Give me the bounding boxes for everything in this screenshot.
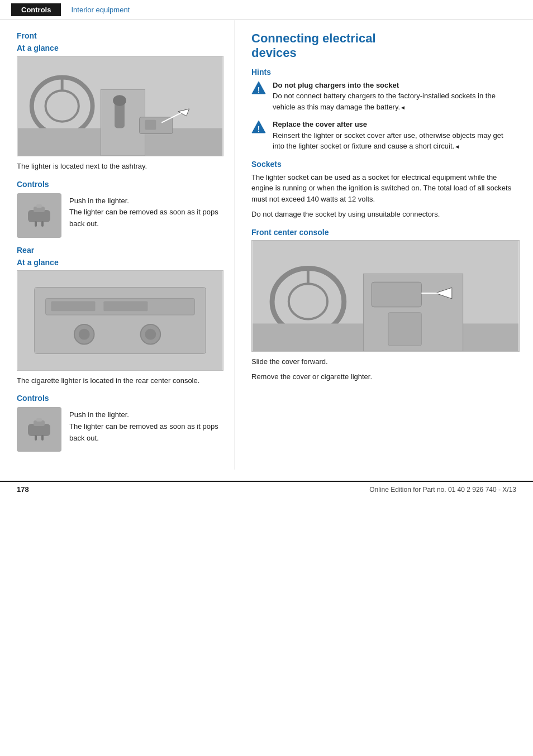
rear-lighter-image — [17, 270, 223, 371]
page-number: 178 — [17, 485, 29, 494]
left-column: Front At a glance — [0, 20, 235, 470]
svg-rect-46 — [388, 312, 421, 345]
svg-rect-22 — [103, 301, 147, 311]
page-header: Controls Interior equipment — [0, 0, 533, 20]
main-content: Front At a glance — [0, 20, 533, 470]
tab-interior-equipment[interactable]: Interior equipment — [61, 3, 140, 16]
right-column: Connecting electrical devices Hints ! Do… — [235, 20, 533, 470]
svg-point-24 — [79, 328, 90, 339]
front-lighter-icon — [17, 193, 61, 238]
front-controls-text: Push in the lighter. The lighter can be … — [69, 193, 223, 230]
front-lighter-image — [17, 56, 223, 156]
svg-rect-19 — [35, 287, 206, 353]
hints-heading: Hints — [251, 68, 516, 76]
rear-lighter-icon — [17, 407, 61, 452]
warning-icon-1: ! — [251, 80, 267, 96]
front-caption: The lighter is located next to the ashtr… — [17, 161, 223, 172]
svg-rect-15 — [36, 204, 42, 208]
front-controls-heading: Controls — [17, 180, 223, 189]
svg-rect-43 — [372, 282, 421, 307]
rear-controls-text: Push in the lighter. The lighter can be … — [69, 407, 223, 444]
tab-controls[interactable]: Controls — [11, 3, 61, 16]
hint2-row: ! Replace the cover after use Reinsert t… — [251, 119, 516, 152]
rear-controls-line2: The lighter can be removed as soon as it… — [69, 422, 218, 442]
rear-controls-row: Push in the lighter. The lighter can be … — [17, 407, 223, 452]
front-console-text2: Remove the cover or cigarette lighter. — [251, 371, 516, 382]
svg-rect-30 — [36, 418, 42, 422]
page-footer: 178 Online Edition for Part no. 01 40 2 … — [0, 481, 533, 497]
rear-controls-heading: Controls — [17, 394, 223, 403]
svg-rect-31 — [35, 435, 37, 441]
rear-heading: Rear — [17, 246, 223, 255]
svg-text:!: ! — [258, 85, 260, 94]
svg-point-26 — [145, 328, 156, 339]
hint2-text: Replace the cover after use Reinsert the… — [273, 119, 516, 152]
footer-edition-text: Online Edition for Part no. 01 40 2 926 … — [369, 486, 516, 494]
sockets-text1: The lighter socket can be used as a sock… — [251, 172, 516, 205]
front-controls-line2: The lighter can be removed as soon as it… — [69, 208, 218, 228]
front-controls-line1: Push in the lighter. — [69, 197, 129, 205]
rear-caption: The cigarette lighter is located in the … — [17, 375, 223, 386]
front-console-text1: Slide the cover forward. — [251, 356, 516, 367]
front-console-image — [251, 240, 520, 352]
connecting-electrical-heading: Connecting electrical devices — [251, 31, 516, 61]
sockets-heading: Sockets — [251, 160, 516, 169]
front-heading: Front — [17, 31, 223, 40]
svg-rect-9 — [145, 120, 156, 130]
rear-controls-line1: Push in the lighter. — [69, 410, 129, 419]
svg-text:!: ! — [258, 125, 260, 133]
front-controls-row: Push in the lighter. The lighter can be … — [17, 193, 223, 238]
front-console-heading: Front center console — [251, 228, 516, 237]
svg-rect-21 — [51, 301, 95, 311]
svg-rect-32 — [41, 435, 44, 441]
svg-point-7 — [113, 95, 126, 106]
sockets-text2: Do not damage the socket by using unsuit… — [251, 209, 516, 220]
warning-icon-2: ! — [251, 119, 267, 135]
hint1-text: Do not plug chargers into the socket Do … — [273, 80, 516, 113]
hint1-row: ! Do not plug chargers into the socket D… — [251, 80, 516, 113]
svg-rect-16 — [35, 221, 37, 227]
svg-rect-17 — [41, 221, 44, 227]
rear-at-a-glance-heading: At a glance — [17, 258, 223, 267]
front-at-a-glance-heading: At a glance — [17, 44, 223, 52]
